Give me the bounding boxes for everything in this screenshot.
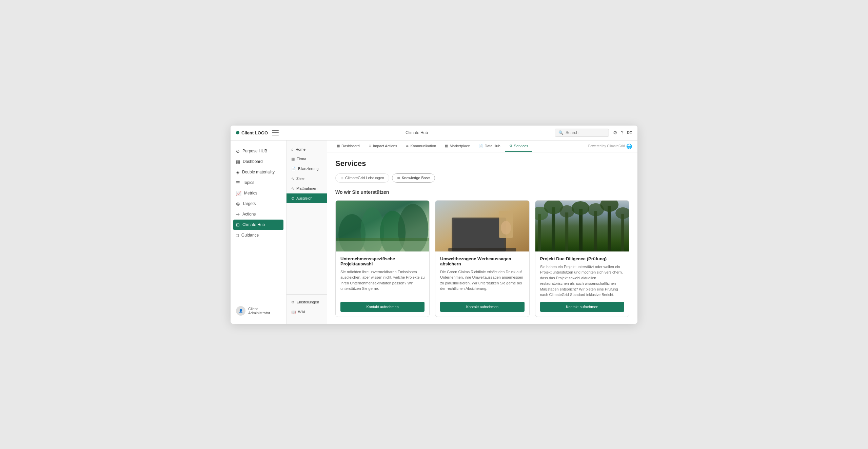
card-2-body: Umweltbezogene Werbeaussagen absichern D… bbox=[435, 251, 529, 317]
sidebar-label-double-materiality: Double materiality bbox=[242, 170, 275, 174]
section-heading: Wo wir Sie unterstützen bbox=[335, 189, 629, 195]
sidebar-item-metrics[interactable]: 📈 Metrics bbox=[231, 188, 286, 199]
dashboard-icon: ▦ bbox=[236, 159, 240, 164]
avatar: 👤 bbox=[236, 306, 245, 316]
sub-tab-climatgrid-leistungen[interactable]: ⊙ ClimateGrid Leistungen bbox=[335, 173, 389, 183]
svg-rect-6 bbox=[336, 241, 429, 251]
filter-icon[interactable]: ⚙ bbox=[613, 130, 617, 135]
actions-icon: ⇢ bbox=[236, 212, 240, 217]
card-3-body: Projekt Due-Diligence (Prüfung) Sie habe… bbox=[535, 251, 629, 317]
tab-bar: ▦ Dashboard ⊙ Impact Actions ≋ Kommunika… bbox=[327, 141, 637, 152]
sidebar-label-purpose-hub: Purpose HUB bbox=[242, 149, 267, 153]
sidebar-item-guidance[interactable]: □ Guidance bbox=[231, 230, 286, 241]
second-sidebar-label-firma: Firma bbox=[297, 157, 306, 161]
massnahmen-icon: ∿ bbox=[291, 186, 294, 191]
sub-tab-knowledge-base[interactable]: ≋ Knowledge Base bbox=[392, 173, 435, 183]
second-sidebar-bilanzierung[interactable]: 📄 Bilanzierung bbox=[287, 164, 327, 174]
tab-services-label: Services bbox=[514, 144, 528, 148]
tab-impact-actions[interactable]: ⊙ Impact Actions bbox=[364, 141, 401, 152]
card-3-image bbox=[535, 201, 629, 251]
svg-rect-20 bbox=[608, 206, 611, 251]
sidebar-item-actions[interactable]: ⇢ Actions bbox=[231, 209, 286, 220]
second-sidebar-home[interactable]: ⌂ Home bbox=[287, 145, 327, 154]
second-sidebar-label-einstellungen: Einstellungen bbox=[297, 300, 319, 304]
tab-impact-icon: ⊙ bbox=[369, 144, 371, 148]
client-logo: Client LOGO bbox=[236, 130, 268, 135]
sidebar-item-double-materiality[interactable]: ◈ Double materiality bbox=[231, 167, 286, 177]
top-bar: Client LOGO Climate Hub 🔍 ⚙ ? DE bbox=[231, 126, 637, 141]
card-3-title: Projekt Due-Diligence (Prüfung) bbox=[540, 256, 624, 261]
page-title: Services bbox=[335, 159, 629, 168]
powered-by-text: Powered by ClimateGrid bbox=[588, 144, 625, 148]
card-1-body: Unternehmensspezifische Projektauswahl S… bbox=[336, 251, 429, 317]
second-sidebar: ⌂ Home ▦ Firma 📄 Bilanzierung ∿ Ziele ∿ … bbox=[287, 141, 327, 324]
second-sidebar-ausgleich[interactable]: ⊙ Ausgleich bbox=[287, 193, 327, 203]
user-name: Client bbox=[248, 307, 270, 311]
search-input[interactable] bbox=[566, 130, 605, 135]
top-bar-left: Client LOGO bbox=[236, 130, 279, 135]
tab-kommunikation[interactable]: ≋ Kommunikation bbox=[402, 141, 440, 152]
tab-data-hub[interactable]: 📄 Data Hub bbox=[475, 141, 504, 152]
second-sidebar-label-ausgleich: Ausgleich bbox=[296, 196, 313, 200]
second-sidebar-einstellungen[interactable]: ⚙ Einstellungen bbox=[287, 297, 327, 307]
firma-icon: ▦ bbox=[291, 157, 295, 161]
tabs: ▦ Dashboard ⊙ Impact Actions ≋ Kommunika… bbox=[333, 141, 532, 152]
second-sidebar-firma[interactable]: ▦ Firma bbox=[287, 154, 327, 164]
svg-rect-18 bbox=[579, 209, 583, 251]
second-sidebar-label-home: Home bbox=[296, 147, 305, 151]
purpose-hub-icon: ⊙ bbox=[236, 149, 240, 154]
ziele-icon: ∿ bbox=[291, 176, 294, 181]
card-1-contact-button[interactable]: Kontakt aufnehmen bbox=[340, 302, 425, 312]
tab-marketplace[interactable]: ▦ Marketplace bbox=[441, 141, 474, 152]
svg-point-25 bbox=[572, 201, 589, 215]
topics-icon: ☰ bbox=[236, 180, 240, 185]
language-badge[interactable]: DE bbox=[627, 131, 632, 135]
card-due-diligence: Projekt Due-Diligence (Prüfung) Sie habe… bbox=[535, 200, 629, 317]
metrics-icon: 📈 bbox=[236, 191, 241, 196]
sidebar-label-climate-hub: Climate Hub bbox=[242, 222, 265, 227]
top-bar-title: Climate Hub bbox=[406, 130, 428, 135]
second-sidebar-label-ziele: Ziele bbox=[296, 176, 304, 181]
search-icon: 🔍 bbox=[558, 130, 564, 135]
bilanzierung-icon: 📄 bbox=[291, 167, 296, 171]
powered-by: Powered by ClimateGrid 🌐 bbox=[588, 144, 632, 149]
sidebar-item-targets[interactable]: ◎ Targets bbox=[231, 199, 286, 209]
sidebar-item-dashboard[interactable]: ▦ Dashboard bbox=[231, 156, 286, 167]
second-sidebar-massnahmen[interactable]: ∿ Maßnahmen bbox=[287, 184, 327, 193]
tab-dashboard-icon: ▦ bbox=[337, 144, 340, 148]
sub-tab-kb-label: Knowledge Base bbox=[402, 176, 430, 180]
sidebar-item-purpose-hub[interactable]: ⊙ Purpose HUB bbox=[231, 146, 286, 156]
page-content: Services ⊙ ClimateGrid Leistungen ≋ Know… bbox=[327, 152, 637, 324]
app-window: Client LOGO Climate Hub 🔍 ⚙ ? DE ⊙ Pu bbox=[231, 126, 637, 324]
card-projektauswahl: Unternehmensspezifische Projektauswahl S… bbox=[335, 200, 430, 317]
sidebar-label-topics: Topics bbox=[243, 180, 254, 185]
svg-rect-19 bbox=[594, 211, 597, 251]
sidebar-label-targets: Targets bbox=[242, 201, 256, 206]
user-role: Administrator bbox=[248, 311, 270, 315]
sub-tab-kb-icon: ≋ bbox=[397, 176, 400, 180]
sidebar-item-climate-hub[interactable]: ⊞ Climate Hub bbox=[233, 220, 283, 230]
sidebar-toggle-button[interactable] bbox=[272, 130, 279, 135]
main-layout: ⊙ Purpose HUB ▦ Dashboard ◈ Double mater… bbox=[231, 141, 637, 324]
user-item: 👤 Client Administrator bbox=[231, 303, 286, 318]
climatgrid-logo-icon: 🌐 bbox=[626, 144, 632, 149]
card-3-contact-button[interactable]: Kontakt aufnehmen bbox=[540, 302, 624, 312]
sub-tab-leistungen-icon: ⊙ bbox=[340, 176, 343, 180]
climate-hub-icon: ⊞ bbox=[236, 222, 240, 227]
content-area: ▦ Dashboard ⊙ Impact Actions ≋ Kommunika… bbox=[327, 141, 637, 324]
help-icon[interactable]: ? bbox=[621, 130, 624, 135]
guidance-icon: □ bbox=[236, 233, 239, 238]
second-sidebar-ziele[interactable]: ∿ Ziele bbox=[287, 174, 327, 184]
user-info: Client Administrator bbox=[248, 307, 270, 315]
cards-grid: Unternehmensspezifische Projektauswahl S… bbox=[335, 200, 629, 317]
card-2-contact-button[interactable]: Kontakt aufnehmen bbox=[440, 302, 524, 312]
second-sidebar-bottom: ⚙ Einstellungen 📖 Wiki bbox=[287, 294, 327, 320]
tab-services[interactable]: ⚙ Services bbox=[505, 141, 532, 152]
second-sidebar-wiki[interactable]: 📖 Wiki bbox=[287, 307, 327, 317]
svg-rect-13 bbox=[448, 248, 516, 251]
search-bar[interactable]: 🔍 bbox=[555, 129, 609, 137]
sidebar-item-topics[interactable]: ☰ Topics bbox=[231, 177, 286, 188]
card-werbeaussagen: Umweltbezogene Werbeaussagen absichern D… bbox=[435, 200, 529, 317]
tab-dashboard[interactable]: ▦ Dashboard bbox=[333, 141, 364, 152]
top-bar-icons: ⚙ ? DE bbox=[613, 130, 632, 135]
